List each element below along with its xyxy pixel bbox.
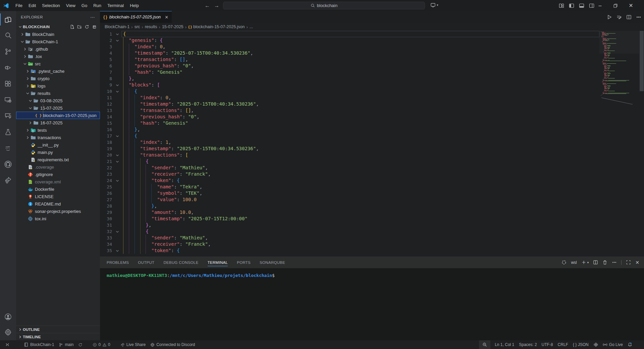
format-icon[interactable] <box>616 14 622 20</box>
menu-selection[interactable]: Selection <box>39 0 63 11</box>
terminal-dropdown-icon[interactable]: ▾ <box>587 261 589 264</box>
tree-file-main-py[interactable]: main.py <box>16 149 100 156</box>
tree-folder-crypto[interactable]: crypto <box>16 75 100 82</box>
status-go-live[interactable]: Go Live <box>600 340 625 349</box>
close-panel-icon[interactable]: ✕ <box>635 260 639 265</box>
run-file-icon[interactable] <box>607 14 612 20</box>
activity-github-icon[interactable] <box>0 158 16 171</box>
split-terminal-icon[interactable] <box>593 260 598 265</box>
tree-file--init-py[interactable]: __init__.py <box>16 141 100 149</box>
status-live-share[interactable]: Live Share <box>118 340 148 349</box>
panel-tab-terminal[interactable]: TERMINAL <box>208 256 228 268</box>
tree-file--coverage[interactable]: .coverage <box>16 163 100 171</box>
toggle-panel-icon[interactable] <box>579 3 584 8</box>
tree-folder-logs[interactable]: logs <box>16 82 100 90</box>
command-search-box[interactable]: blockchain <box>223 2 425 9</box>
customize-layout-icon[interactable] <box>559 3 564 8</box>
toggle-sidebar-icon[interactable] <box>569 3 574 8</box>
status-workspace[interactable]: BlockChain-1 <box>21 340 56 349</box>
new-folder-icon[interactable] <box>77 24 82 29</box>
menu-view[interactable]: View <box>63 0 78 11</box>
tree-folder-src[interactable]: </>src <box>16 60 100 67</box>
tree-file-dockerfile[interactable]: Dockerfile <box>16 185 100 193</box>
code-editor[interactable]: 1{2 "genesis": {3 "index": 0,4 "timestam… <box>100 31 644 256</box>
nav-forward-icon[interactable]: → <box>212 3 221 9</box>
split-editor-icon[interactable] <box>626 14 632 20</box>
tab-blockchain-json[interactable]: { } blockchain-15-07-2025.json ✕ <box>100 11 172 23</box>
outline-section[interactable]: OUTLINE <box>16 326 100 333</box>
status-bell[interactable] <box>625 340 635 349</box>
breadcrumb-item[interactable]: 15-07-2025 <box>162 24 183 29</box>
tree-file-coverage-xml[interactable]: </>coverage.xml <box>16 178 100 185</box>
status-eol[interactable]: CRLF <box>555 340 571 349</box>
panel-tab-output[interactable]: OUTPUT <box>138 256 154 268</box>
tree-folder-15-07-2025[interactable]: 15-07-2025 <box>16 104 100 112</box>
tree-folder-16-07-2025[interactable]: 16-07-2025 <box>16 119 100 126</box>
tree-folder-tests[interactable]: tests <box>16 126 100 134</box>
activity-source-control-icon[interactable] <box>0 45 16 58</box>
activity-chat-icon[interactable] <box>0 109 16 123</box>
tree-file-blockchain-15-07-2025-json[interactable]: { }blockchain-15-07-2025.json <box>16 112 100 119</box>
activity-share-icon[interactable] <box>0 174 16 187</box>
activity-remote-explorer-icon[interactable] <box>0 93 16 107</box>
new-file-icon[interactable] <box>70 24 74 29</box>
activity-explorer-icon[interactable] <box>0 13 16 26</box>
kill-terminal-icon[interactable] <box>602 260 607 265</box>
panel-tab-debug-console[interactable]: DEBUG CONSOLE <box>163 256 198 268</box>
status-indentation[interactable]: Spaces: 2 <box>517 340 539 349</box>
minimap[interactable] <box>599 31 639 256</box>
activity-account-icon[interactable] <box>0 310 16 324</box>
activity-live-waves-icon[interactable] <box>0 141 16 155</box>
tree-folder-transactions[interactable]: transactions <box>16 134 100 141</box>
status-cursor-position[interactable]: Ln 1, Col 1 <box>492 340 517 349</box>
status-sync[interactable] <box>76 340 85 349</box>
tree-file--gitignore[interactable]: .gitignore <box>16 171 100 178</box>
status-remote[interactable] <box>3 340 12 349</box>
status-discord[interactable]: Connected to Discord <box>148 340 197 349</box>
activity-extensions-icon[interactable] <box>0 77 16 91</box>
tree-folder-blockchain[interactable]: BlockChain <box>16 31 100 38</box>
workspace-section-header[interactable]: BLOCKCHAIN <box>16 23 100 31</box>
menu-file[interactable]: File <box>12 0 25 11</box>
panel-tab-sonarqube[interactable]: SONARQUBE <box>260 256 285 268</box>
remote-window-button[interactable]: ▾ <box>430 2 438 8</box>
status-branch[interactable]: main <box>56 340 76 349</box>
more-actions-icon[interactable] <box>636 14 641 20</box>
activity-search-icon[interactable] <box>0 29 16 42</box>
nav-back-icon[interactable]: ← <box>203 3 212 9</box>
explorer-more-actions-icon[interactable]: ⋯ <box>90 14 95 20</box>
menu-go[interactable]: Go <box>78 0 90 11</box>
maximize-panel-icon[interactable] <box>626 260 631 265</box>
status-encoding[interactable]: UTF-8 <box>539 340 555 349</box>
tree-folder-03-08-2025[interactable]: 03-08-2025 <box>16 97 100 104</box>
restore-button[interactable] <box>608 0 623 11</box>
menu-terminal[interactable]: Terminal <box>104 0 127 11</box>
menu-edit[interactable]: Edit <box>25 0 39 11</box>
panel-more-icon[interactable] <box>612 260 617 265</box>
editor-scrollbar[interactable] <box>639 31 644 256</box>
terminal[interactable]: mathieu@DESKTOP-KK11NT3:/mnt/c/Users/Mat… <box>100 268 644 340</box>
close-window-button[interactable]: ✕ <box>623 0 639 11</box>
refresh-explorer-icon[interactable] <box>85 24 89 29</box>
status-problems[interactable]: 00 <box>90 340 112 349</box>
tree-folder-blockchain-1[interactable]: BlockChain-1 <box>16 38 100 45</box>
minimize-button[interactable]: – <box>592 0 608 11</box>
breadcrumb-item[interactable]: results <box>145 24 157 29</box>
breadcrumb-item[interactable]: BlockChain-1 <box>105 24 129 29</box>
panel-tab-problems[interactable]: PROBLEMS <box>107 256 129 268</box>
activity-testing-icon[interactable] <box>0 125 16 139</box>
tree-file-requirements-txt[interactable]: requirements.txt <box>16 156 100 163</box>
tree-file-sonar-project-properties[interactable]: sonar-project.properties <box>16 208 100 215</box>
close-tab-icon[interactable]: ✕ <box>165 15 168 20</box>
timeline-section[interactable]: TIMELINE <box>16 333 100 340</box>
activity-settings-icon[interactable] <box>0 326 16 339</box>
breadcrumb-item[interactable]: src <box>135 24 140 29</box>
tree-folder--tox[interactable]: .tox <box>16 53 100 60</box>
tree-folder--github[interactable]: .github <box>16 45 100 53</box>
tree-folder--pytest-cache[interactable]: .pytest_cache <box>16 67 100 75</box>
menu-help[interactable]: Help <box>127 0 142 11</box>
zoom-indicator-icon[interactable] <box>479 340 490 349</box>
tree-file-license[interactable]: LICENSE <box>16 193 100 200</box>
tree-folder-results[interactable]: results <box>16 90 100 97</box>
collapse-folders-icon[interactable] <box>92 24 97 29</box>
